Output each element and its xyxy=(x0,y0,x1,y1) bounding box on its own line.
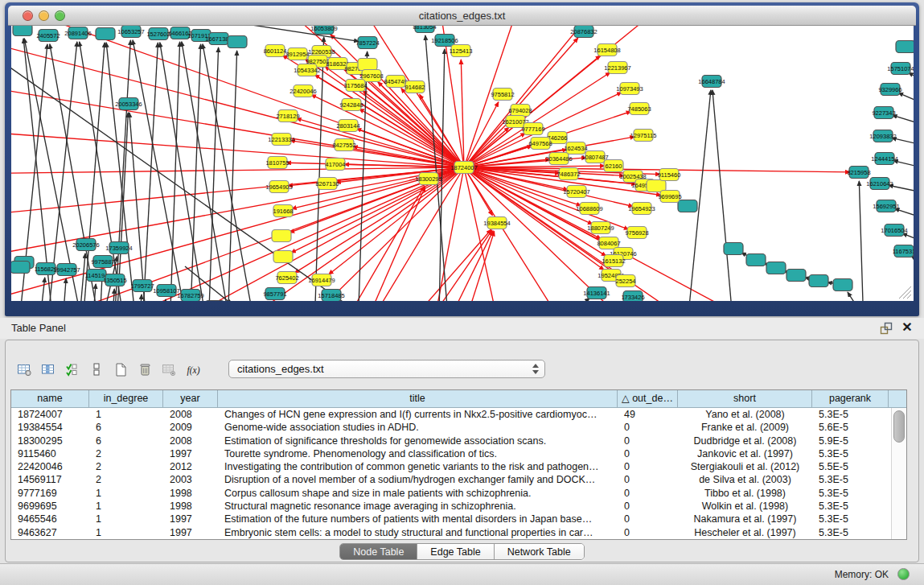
graph-node[interactable] xyxy=(277,272,297,284)
graph-node[interactable] xyxy=(265,45,285,57)
graph-node[interactable] xyxy=(273,251,293,263)
graph-node[interactable] xyxy=(205,301,224,302)
graph-node[interactable] xyxy=(386,76,405,88)
graph-node[interactable] xyxy=(294,85,313,97)
graph-node[interactable] xyxy=(604,160,623,172)
graph-node[interactable] xyxy=(849,167,869,179)
table-row[interactable]: 2242004622012Investigating the contribut… xyxy=(11,460,906,473)
graph-node[interactable] xyxy=(660,191,680,203)
graph-node[interactable] xyxy=(273,205,293,217)
graph-node[interactable] xyxy=(362,70,381,82)
graph-node[interactable] xyxy=(328,58,347,70)
graph-node[interactable] xyxy=(358,37,377,49)
table-row[interactable]: 1456911722003Disruption of a novel membe… xyxy=(11,473,906,486)
table-settings-button[interactable] xyxy=(12,358,36,381)
column-header-short[interactable]: short xyxy=(678,390,812,407)
graph-node[interactable] xyxy=(724,243,743,255)
graph-node[interactable] xyxy=(604,255,623,267)
graph-node[interactable] xyxy=(874,107,893,119)
close-panel-icon[interactable]: ✕ xyxy=(900,319,914,336)
graph-node[interactable] xyxy=(435,35,454,47)
graph-node[interactable] xyxy=(68,27,88,39)
table-row[interactable]: 1938455462009Genome-wide association stu… xyxy=(11,421,906,434)
graph-node[interactable] xyxy=(873,130,893,142)
graph-node[interactable] xyxy=(620,83,639,95)
tab-network-table[interactable]: Network Table xyxy=(495,544,584,559)
graph-node[interactable] xyxy=(119,98,138,110)
graph-node[interactable] xyxy=(181,290,200,302)
canvas-resize-grip[interactable] xyxy=(907,295,911,299)
graph-node[interactable] xyxy=(885,225,904,237)
graph-node[interactable] xyxy=(57,264,76,276)
graph-node[interactable] xyxy=(574,26,593,38)
graph-node[interactable] xyxy=(133,280,152,292)
graph-node[interactable] xyxy=(314,26,334,35)
select-rows-button[interactable] xyxy=(60,358,84,381)
table-row[interactable]: 946554611997Estimation of the future num… xyxy=(11,513,906,525)
graph-node[interactable] xyxy=(881,84,900,96)
table-row[interactable]: 1872400712008Changes of HCN gene express… xyxy=(11,408,906,421)
graph-node[interactable] xyxy=(567,186,586,198)
column-header-pagerank[interactable]: pagerank xyxy=(812,390,889,407)
graph-node[interactable] xyxy=(272,230,291,242)
table-row[interactable]: 1830029562008Estimation of significance … xyxy=(11,435,906,447)
graph-node[interactable] xyxy=(318,178,337,190)
column-header-title[interactable]: title xyxy=(218,390,618,407)
graph-node[interactable] xyxy=(335,139,354,151)
graph-node[interactable] xyxy=(358,59,377,71)
memory-status-indicator[interactable] xyxy=(897,568,910,580)
graph-node[interactable] xyxy=(228,36,247,48)
graph-node[interactable] xyxy=(269,181,289,193)
graph-node[interactable] xyxy=(326,159,345,171)
graph-node[interactable] xyxy=(591,222,610,234)
network-canvas[interactable]: 2405572208914061065325715276026466162107… xyxy=(11,26,914,301)
graph-node[interactable] xyxy=(766,262,786,274)
graph-node[interactable] xyxy=(451,45,470,57)
graph-node[interactable] xyxy=(278,110,298,122)
graph-node[interactable] xyxy=(877,200,896,212)
graph-node[interactable] xyxy=(875,153,894,165)
graph-node[interactable] xyxy=(298,64,317,76)
graph-node[interactable] xyxy=(121,26,141,38)
column-header-indegree[interactable]: in_degree xyxy=(89,390,163,407)
graph-node[interactable] xyxy=(342,99,361,111)
graph-node[interactable] xyxy=(809,275,828,287)
graph-node[interactable] xyxy=(587,287,606,299)
table-row[interactable]: 977716911998Corpus callosum shape and si… xyxy=(11,487,906,500)
graph-node[interactable] xyxy=(96,28,115,40)
graph-node[interactable] xyxy=(36,263,55,275)
graph-node[interactable] xyxy=(896,41,914,53)
graph-node[interactable] xyxy=(149,28,168,40)
graph-node[interactable] xyxy=(531,138,550,150)
graph-node[interactable] xyxy=(580,203,599,215)
function-builder-button[interactable]: f(x) xyxy=(181,358,205,381)
graph-node[interactable] xyxy=(549,153,569,165)
graph-node[interactable] xyxy=(598,44,617,56)
graph-node[interactable] xyxy=(746,254,766,266)
graph-node[interactable] xyxy=(524,123,543,135)
graph-node[interactable] xyxy=(833,279,852,291)
graph-node[interactable] xyxy=(76,239,96,251)
graph-node[interactable] xyxy=(272,134,291,146)
graph-node[interactable] xyxy=(566,142,585,154)
graph-node[interactable] xyxy=(415,26,434,33)
table-row[interactable]: 911546021997Tourette syndrome. Phenomeno… xyxy=(11,447,906,460)
table-row[interactable]: 969969511998Structural magnetic resonanc… xyxy=(11,500,906,513)
graph-node[interactable] xyxy=(339,120,358,132)
graph-node[interactable] xyxy=(559,168,578,180)
tab-edge-table[interactable]: Edge Table xyxy=(417,544,494,559)
graph-node[interactable] xyxy=(511,105,530,117)
graph-node[interactable] xyxy=(157,285,176,297)
column-header-year[interactable]: year xyxy=(163,390,218,407)
graph-node[interactable] xyxy=(288,48,307,60)
graph-node[interactable] xyxy=(623,291,643,302)
graph-node[interactable] xyxy=(585,151,605,163)
float-window-icon[interactable] xyxy=(879,321,893,336)
graph-node[interactable] xyxy=(786,270,806,282)
graph-node[interactable] xyxy=(702,76,721,88)
table-scrollbar-thumb[interactable] xyxy=(893,410,905,443)
graph-node[interactable] xyxy=(39,30,58,42)
graph-node[interactable] xyxy=(87,270,106,282)
graph-node[interactable] xyxy=(891,63,910,75)
row-height-button[interactable] xyxy=(84,358,109,381)
